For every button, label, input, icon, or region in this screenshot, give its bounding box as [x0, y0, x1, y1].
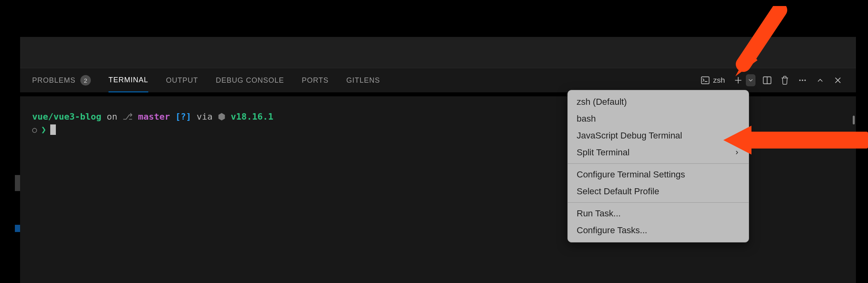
split-terminal-button[interactable] — [761, 74, 773, 86]
new-terminal-button[interactable] — [732, 74, 744, 86]
terminal-icon — [701, 76, 710, 84]
menu-item-split-terminal[interactable]: Split Terminal — [568, 144, 749, 161]
tab-problems-label: PROBLEMS — [32, 76, 76, 85]
new-terminal-dropdown-menu: zsh (Default) bash JavaScript Debug Term… — [567, 90, 749, 242]
editor-empty-area — [20, 37, 856, 68]
prompt-branch: master — [133, 112, 175, 122]
tab-output[interactable]: OUTPUT — [166, 69, 198, 92]
prompt-path: vue/vue3-blog — [32, 112, 101, 122]
prompt-via: via — [191, 112, 218, 122]
tab-terminal[interactable]: TERMINAL — [108, 69, 148, 92]
problems-count-badge: 2 — [80, 75, 91, 86]
terminal-cursor — [50, 124, 56, 135]
prompt-node-version: v18.16.1 — [225, 112, 273, 122]
close-panel-button[interactable] — [832, 74, 844, 86]
svg-point-6 — [799, 79, 801, 81]
menu-separator — [568, 202, 749, 203]
panel-toolbar: zsh — [701, 74, 844, 86]
svg-rect-0 — [702, 77, 709, 83]
git-icon: ⎇ — [123, 112, 133, 122]
tab-gitlens[interactable]: GITLENS — [346, 69, 380, 92]
maximize-panel-button[interactable] — [814, 74, 826, 86]
tab-ports[interactable]: PORTS — [302, 69, 329, 92]
prompt-arrow: ❯ — [41, 123, 46, 136]
terminal-shell-indicator[interactable]: zsh — [701, 76, 725, 85]
tab-problems[interactable]: PROBLEMS 2 — [32, 68, 91, 93]
menu-item-configure-terminal-settings[interactable]: Configure Terminal Settings — [568, 166, 749, 183]
menu-item-configure-tasks[interactable]: Configure Tasks... — [568, 222, 749, 239]
menu-item-run-task[interactable]: Run Task... — [568, 205, 749, 222]
new-terminal-dropdown-button[interactable] — [746, 74, 755, 86]
menu-item-zsh-default[interactable]: zsh (Default) — [568, 94, 749, 110]
kill-terminal-button[interactable] — [779, 74, 791, 86]
node-icon: ⬢ — [218, 112, 225, 122]
menu-item-bash[interactable]: bash — [568, 110, 749, 127]
activity-bar-fragment-accent — [15, 225, 20, 232]
panel-tabs: PROBLEMS 2 TERMINAL OUTPUT DEBUG CONSOLE… — [32, 68, 380, 93]
prompt-git-status: [?] — [175, 112, 191, 122]
tab-debug-console[interactable]: DEBUG CONSOLE — [216, 69, 284, 92]
menu-item-js-debug-terminal[interactable]: JavaScript Debug Terminal — [568, 127, 749, 144]
terminal-scrollbar[interactable] — [853, 116, 855, 124]
terminal-shell-name: zsh — [713, 76, 725, 85]
activity-bar-fragment — [15, 175, 20, 191]
prompt-on: on — [101, 112, 123, 122]
panel-tab-bar: PROBLEMS 2 TERMINAL OUTPUT DEBUG CONSOLE… — [20, 68, 856, 92]
svg-point-8 — [805, 79, 806, 81]
chevron-right-icon — [734, 150, 740, 155]
menu-separator — [568, 163, 749, 164]
svg-point-7 — [802, 79, 803, 81]
more-actions-button[interactable] — [796, 74, 809, 86]
menu-item-select-default-profile[interactable]: Select Default Profile — [568, 183, 749, 200]
prompt-status-icon: ○ — [32, 123, 37, 136]
